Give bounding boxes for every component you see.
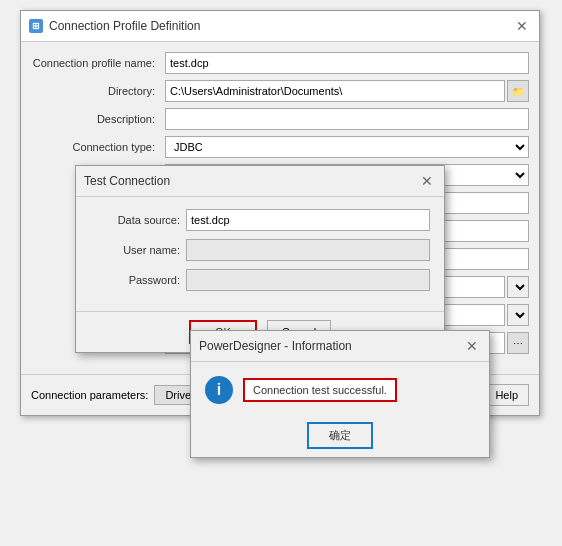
main-titlebar: ⊞ Connection Profile Definition ✕ [21,11,539,42]
test-username-label: User name: [90,244,180,256]
info-dialog-title: PowerDesigner - Information [199,339,352,353]
test-titlebar-left: Test Connection [84,174,170,188]
titlebar-left: ⊞ Connection Profile Definition [29,19,200,33]
info-icon: i [205,376,233,404]
test-dialog-title: Test Connection [84,174,170,188]
test-datasource-input[interactable] [186,209,430,231]
profile-name-input[interactable] [165,52,529,74]
test-password-row: Password: [90,269,430,291]
info-message: Connection test successful. [243,378,397,402]
directory-row: Directory: 📁 [31,80,529,102]
test-datasource-label: Data source: [90,214,180,226]
test-connection-dialog: Test Connection ✕ Data source: User name… [75,165,445,353]
connection-params-label: Connection parameters: [31,389,148,401]
info-titlebar-left: PowerDesigner - Information [199,339,352,353]
connection-type-label: Connection type: [31,141,161,153]
connection-type-select[interactable]: JDBC [165,136,529,158]
jdbc-driver-select[interactable] [507,276,529,298]
help-button[interactable]: Help [484,384,529,406]
jdbc-driver-file-browse[interactable]: ⋯ [507,332,529,354]
info-body: i Connection test successful. [191,362,489,414]
profile-name-row: Connection profile name: [31,52,529,74]
test-dialog-body: Data source: User name: Password: [76,197,444,311]
directory-input-group: 📁 [165,80,529,102]
description-label: Description: [31,113,161,125]
connection-type-row: Connection type: JDBC [31,136,529,158]
test-username-row: User name: [90,239,430,261]
description-row: Description: [31,108,529,130]
profile-name-label: Connection profile name: [31,57,161,69]
directory-input[interactable] [165,80,505,102]
info-dialog: PowerDesigner - Information ✕ i Connecti… [190,330,490,458]
description-input[interactable] [165,108,529,130]
test-password-input[interactable] [186,269,430,291]
info-confirm-row: 确定 [191,414,489,457]
test-username-input[interactable] [186,239,430,261]
info-confirm-button[interactable]: 确定 [307,422,373,449]
main-close-button[interactable]: ✕ [513,17,531,35]
test-dialog-titlebar: Test Connection ✕ [76,166,444,197]
info-titlebar: PowerDesigner - Information ✕ [191,331,489,362]
test-dialog-close-button[interactable]: ✕ [418,172,436,190]
directory-browse-button[interactable]: 📁 [507,80,529,102]
test-password-label: Password: [90,274,180,286]
test-datasource-row: Data source: [90,209,430,231]
jdbc-conn-select[interactable] [507,304,529,326]
main-window-title: Connection Profile Definition [49,19,200,33]
info-close-button[interactable]: ✕ [463,337,481,355]
window-icon: ⊞ [29,19,43,33]
directory-label: Directory: [31,85,161,97]
